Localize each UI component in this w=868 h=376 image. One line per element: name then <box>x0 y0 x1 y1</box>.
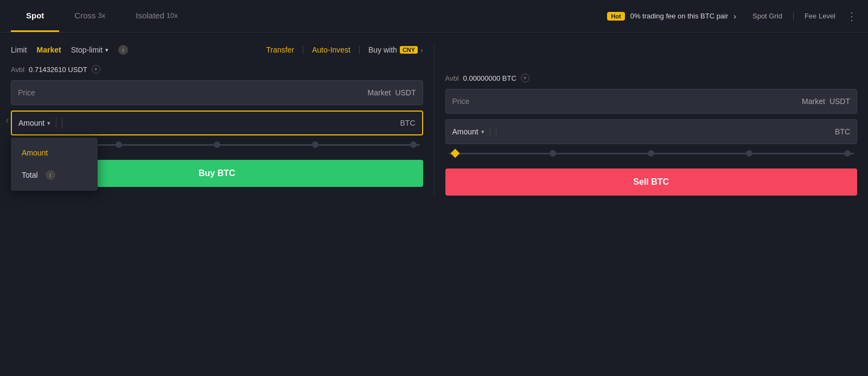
order-types-left: Limit Market Stop-limit ▾ i <box>11 43 128 56</box>
buy-panel: ‹ Limit Market Stop-limit ▾ i Transfer A… <box>11 43 435 196</box>
fee-level-link[interactable]: Fee Level <box>805 12 835 20</box>
stop-limit-tab[interactable]: Stop-limit <box>71 43 103 56</box>
order-panels: ‹ Limit Market Stop-limit ▾ i Transfer A… <box>0 33 868 206</box>
sell-price-suffix: USDT <box>829 97 850 106</box>
auto-invest-link[interactable]: Auto-Invest <box>312 46 350 54</box>
market-tab[interactable]: Market <box>37 43 61 56</box>
dropdown-total-option[interactable]: Total i <box>11 164 98 186</box>
dropdown-amount-option[interactable]: Amount <box>11 142 98 164</box>
buy-price-suffix: USDT <box>395 88 416 97</box>
buy-with-label: Buy with <box>368 46 397 54</box>
chevron-right-icon: › <box>420 46 423 54</box>
sell-slider-dot-25[interactable] <box>548 149 558 158</box>
divider <box>303 46 303 54</box>
sell-slider-dot-75[interactable] <box>745 149 754 158</box>
sell-avbl-value: 0.00000000 BTC <box>463 74 516 82</box>
more-options-icon[interactable]: ⋮ <box>846 10 857 23</box>
buy-slider-dot-50[interactable] <box>212 140 221 150</box>
buy-price-market-label: Market <box>368 88 391 97</box>
buy-amount-suffix: BTC <box>400 119 416 127</box>
buy-avbl-row: Avbl 0.71432610 USDT + <box>11 65 423 74</box>
sell-avbl-label: Avbl <box>445 74 459 82</box>
sell-price-market-label: Market <box>802 97 825 106</box>
buy-amount-selector[interactable]: Amount ▾ <box>18 119 56 127</box>
amount-dropdown-menu: Amount Total i <box>11 138 98 191</box>
buy-slider-dot-100[interactable] <box>409 140 418 150</box>
buy-price-field[interactable]: Price Market USDT <box>11 80 423 105</box>
dropdown-amount-label: Amount <box>22 148 48 157</box>
promo-area: Hot 0% trading fee on this BTC pair › Sp… <box>607 10 857 23</box>
buy-amount-dropdown-icon: ▾ <box>47 120 50 127</box>
transfer-link[interactable]: Transfer <box>266 46 295 54</box>
stop-limit-container: Stop-limit ▾ <box>71 43 108 56</box>
sell-amount-field[interactable]: Amount ▾ BTC <box>445 119 858 144</box>
buy-amount-label: Amount <box>18 119 44 127</box>
tab-cross-label: Cross <box>74 11 95 20</box>
spot-grid-link[interactable]: Spot Grid <box>752 12 782 20</box>
buy-price-label: Price <box>18 88 368 97</box>
sell-price-field[interactable]: Price Market USDT <box>445 89 858 114</box>
sell-amount-dropdown-icon: ▾ <box>481 128 484 135</box>
tab-isolated[interactable]: Isolated 10x <box>120 0 193 32</box>
buy-avbl-label: Avbl <box>11 66 24 74</box>
order-type-row: Limit Market Stop-limit ▾ i Transfer Aut… <box>11 43 423 56</box>
sell-add-funds-icon[interactable]: + <box>521 74 529 82</box>
sell-price-label: Price <box>452 97 802 106</box>
sell-avbl-row: Avbl 0.00000000 BTC + <box>445 74 858 82</box>
top-tabs-bar: Spot Cross 3x Isolated 10x Hot 0% tradin… <box>0 0 868 33</box>
sell-slider-dot-0[interactable] <box>450 149 459 158</box>
hot-badge: Hot <box>607 12 624 21</box>
divider <box>793 12 794 21</box>
tab-cross[interactable]: Cross 3x <box>59 0 120 32</box>
promo-arrow-icon: › <box>733 12 736 21</box>
tab-isolated-badge: 10x <box>167 11 178 20</box>
sell-slider-dots <box>452 150 851 157</box>
sell-slider-track[interactable] <box>449 153 854 154</box>
right-actions: Transfer Auto-Invest Buy with CNY › <box>266 46 423 54</box>
nav-left-arrow-icon[interactable]: ‹ <box>5 113 9 126</box>
limit-tab[interactable]: Limit <box>11 43 27 56</box>
amount-divider <box>62 118 62 128</box>
sell-amount-selector[interactable]: Amount ▾ <box>452 127 490 136</box>
sell-amount-divider <box>496 126 496 137</box>
dropdown-total-label: Total <box>22 171 38 179</box>
buy-with-container: Buy with CNY › <box>368 46 423 54</box>
sell-amount-suffix: BTC <box>835 127 850 136</box>
tab-spot-label: Spot <box>26 11 44 20</box>
sell-amount-label: Amount <box>452 127 478 136</box>
tab-cross-badge: 3x <box>98 11 106 20</box>
sell-slider-dot-50[interactable] <box>647 149 656 158</box>
stop-limit-dropdown-icon[interactable]: ▾ <box>105 47 108 54</box>
buy-slider-dot-25[interactable] <box>114 140 123 150</box>
add-funds-icon[interactable]: + <box>92 65 100 74</box>
tab-spot[interactable]: Spot <box>11 0 59 32</box>
cny-badge[interactable]: CNY <box>400 46 418 54</box>
sell-btc-button[interactable]: Sell BTC <box>445 168 858 196</box>
sell-slider-container <box>445 144 858 160</box>
promo-links: Spot Grid Fee Level <box>752 12 835 21</box>
buy-amount-wrapper: Amount ▾ BTC Amount Total i <box>11 111 423 135</box>
info-icon[interactable]: i <box>118 45 128 55</box>
buy-amount-field[interactable]: Amount ▾ BTC <box>11 111 423 135</box>
sell-slider-dot-100[interactable] <box>843 149 852 158</box>
buy-slider-dot-75[interactable] <box>310 140 320 150</box>
promo-text: 0% trading fee on this BTC pair <box>630 12 729 20</box>
divider <box>359 46 360 54</box>
tab-isolated-label: Isolated <box>136 11 164 20</box>
dropdown-total-info-icon[interactable]: i <box>46 170 55 180</box>
sell-panel: Avbl 0.00000000 BTC + Price Market USDT … <box>435 43 858 196</box>
buy-avbl-value: 0.71432610 USDT <box>29 66 87 74</box>
